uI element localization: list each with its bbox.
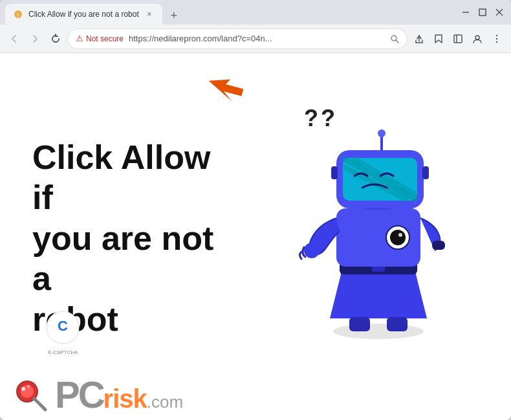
forward-button[interactable] [26,30,44,48]
arrow-annotation [201,60,252,111]
maximize-button[interactable] [476,6,489,19]
svg-marker-9 [435,35,442,43]
tab-favicon: ! [13,9,23,19]
bookmark-button[interactable] [429,30,448,48]
svg-rect-3 [479,9,486,16]
svg-rect-26 [432,241,445,250]
menu-button[interactable] [488,30,506,48]
pcrisk-logo-text: PC risk .com [55,376,183,414]
ecaptcha-logo: C E-CAPTCHA [45,310,81,355]
security-indicator: ⚠ Not secure [76,34,124,43]
main-heading: Click Allow if you are not a robot [32,137,239,339]
tab-title: Click Allow if you are not a robot [28,10,139,19]
sidebar-button[interactable] [449,30,467,48]
svg-point-42 [27,385,30,388]
ecaptcha-label: E-CAPTCHA [45,349,81,355]
svg-rect-10 [454,35,462,43]
svg-text:!: ! [17,12,19,18]
svg-line-43 [34,399,45,410]
svg-rect-37 [349,317,370,331]
toolbar: ⚠ Not secure https://nedilarepron.com/la… [0,25,511,53]
svg-text:C: C [58,318,68,334]
url-display: https://nedilarepron.com/land?c=04n... [129,34,385,43]
svg-rect-38 [387,317,408,331]
svg-point-15 [496,41,497,42]
back-button[interactable] [5,30,23,48]
new-tab-button[interactable]: + [165,6,183,25]
page-content: Click Allow if you are not a robot ?? [0,53,511,420]
svg-point-12 [475,36,479,39]
account-button[interactable] [468,30,486,48]
svg-point-41 [21,387,25,391]
warning-icon: ⚠ [76,34,83,43]
robot-illustration: ?? [265,92,472,351]
risk-text: risk [103,384,147,414]
window-controls [459,6,506,19]
search-icon [390,34,399,43]
share-button[interactable] [410,30,428,48]
magnifier-icon [13,377,49,413]
close-button[interactable] [493,6,506,19]
dot-com-text: .com [147,392,183,412]
svg-point-23 [390,230,406,245]
svg-point-24 [398,233,402,237]
svg-rect-35 [331,166,338,179]
reload-button[interactable] [47,30,65,48]
pcrisk-watermark: PC risk .com [13,376,183,414]
svg-point-14 [496,38,497,39]
svg-rect-36 [422,166,429,179]
svg-marker-17 [209,68,246,107]
svg-point-13 [496,34,497,36]
tab-area: ! Click Allow if you are not a robot × + [5,0,459,25]
not-secure-label: Not secure [86,34,124,43]
svg-line-7 [396,40,398,43]
address-bar[interactable]: ⚠ Not secure https://nedilarepron.com/la… [67,28,408,49]
tab-close-button[interactable]: × [144,9,155,19]
svg-point-34 [378,129,386,137]
svg-point-18 [333,324,424,339]
browser-window: ! Click Allow if you are not a robot × + [0,0,511,420]
svg-point-25 [304,243,320,258]
svg-point-40 [21,385,34,398]
pc-text: PC [55,376,103,414]
toolbar-actions [410,30,506,48]
title-bar: ! Click Allow if you are not a robot × + [0,0,511,25]
active-tab[interactable]: ! Click Allow if you are not a robot × [5,4,162,25]
minimize-button[interactable] [459,6,472,19]
